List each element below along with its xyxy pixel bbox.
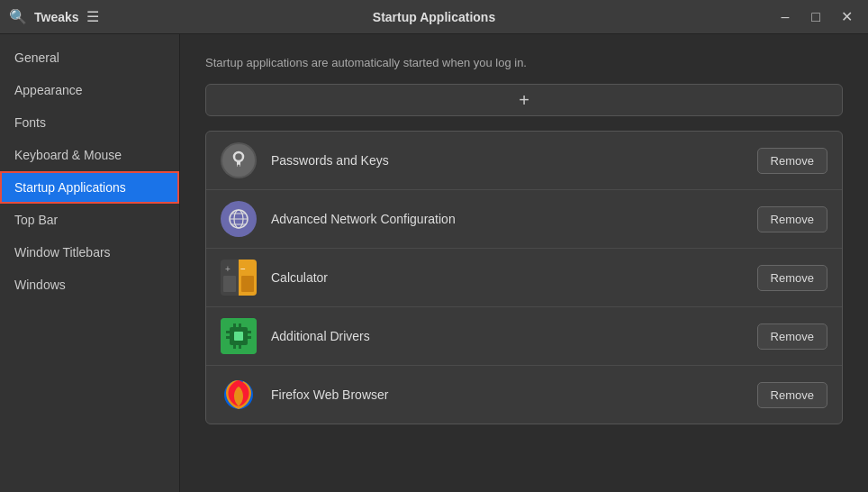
remove-button-firefox[interactable]: Remove <box>757 382 827 408</box>
app-row-firefox: Firefox Web Browser Remove <box>206 366 842 424</box>
svg-rect-15 <box>241 276 254 292</box>
hamburger-icon[interactable]: ☰ <box>86 8 99 25</box>
svg-rect-22 <box>226 331 230 333</box>
svg-text:−: − <box>240 264 246 274</box>
remove-button-network[interactable]: Remove <box>757 206 827 232</box>
drivers-icon-svg <box>221 318 257 354</box>
app-row-passwords: Passwords and Keys Remove <box>206 132 842 190</box>
app-list: Passwords and Keys Remove Advanced Netwo… <box>205 131 843 424</box>
app-icon-network <box>221 201 257 237</box>
svg-rect-23 <box>226 336 230 339</box>
passwords-icon-svg <box>222 144 255 177</box>
app-icon-firefox <box>221 377 257 413</box>
svg-rect-14 <box>223 276 236 292</box>
firefox-icon-svg <box>221 377 257 413</box>
app-row-network: Advanced Network Configuration Remove <box>206 190 842 249</box>
app-name-passwords: Passwords and Keys <box>271 153 743 168</box>
svg-rect-19 <box>239 323 241 327</box>
titlebar: 🔍 Tweaks ☰ Startup Applications – □ ✕ <box>0 0 868 34</box>
app-icon-drivers <box>221 318 257 354</box>
app-row-calculator: + − Calculator Remove <box>206 249 842 307</box>
minimize-button[interactable]: – <box>773 5 798 30</box>
svg-point-3 <box>238 165 240 168</box>
svg-text:+: + <box>225 264 231 274</box>
remove-button-drivers[interactable]: Remove <box>757 323 827 350</box>
sidebar-item-fonts[interactable]: Fonts <box>0 106 179 139</box>
add-application-button[interactable]: + <box>205 84 843 116</box>
network-icon-svg <box>222 203 255 235</box>
svg-rect-26 <box>234 332 243 341</box>
remove-button-passwords[interactable]: Remove <box>757 148 827 174</box>
main-layout: General Appearance Fonts Keyboard & Mous… <box>0 34 868 492</box>
content-description: Startup applications are automatically s… <box>205 56 843 69</box>
sidebar-item-windows[interactable]: Windows <box>0 269 179 301</box>
sidebar-item-keyboard-mouse[interactable]: Keyboard & Mouse <box>0 139 179 171</box>
titlebar-title: Startup Applications <box>373 10 495 24</box>
sidebar: General Appearance Fonts Keyboard & Mous… <box>0 34 180 492</box>
app-name: Tweaks <box>34 10 79 24</box>
search-icon[interactable]: 🔍 <box>9 8 27 25</box>
app-name-network: Advanced Network Configuration <box>271 212 743 226</box>
sidebar-item-top-bar[interactable]: Top Bar <box>0 204 179 236</box>
content-area: Startup applications are automatically s… <box>180 34 868 492</box>
sidebar-item-general[interactable]: General <box>0 41 179 74</box>
titlebar-controls: – □ ✕ <box>773 5 859 30</box>
app-name-drivers: Additional Drivers <box>271 329 743 343</box>
sidebar-item-appearance[interactable]: Appearance <box>0 74 179 106</box>
close-button[interactable]: ✕ <box>834 5 859 30</box>
app-name-calculator: Calculator <box>271 270 743 285</box>
remove-button-calculator[interactable]: Remove <box>757 265 827 291</box>
titlebar-left: 🔍 Tweaks ☰ <box>9 8 99 25</box>
plus-icon: + <box>519 90 529 111</box>
maximize-button[interactable]: □ <box>803 5 828 30</box>
svg-rect-20 <box>233 345 236 349</box>
app-name-firefox: Firefox Web Browser <box>271 387 743 402</box>
svg-rect-18 <box>233 323 236 327</box>
sidebar-item-startup-applications[interactable]: Startup Applications <box>0 171 179 204</box>
svg-rect-21 <box>239 345 241 349</box>
calculator-icon-svg: + − <box>221 260 257 296</box>
sidebar-item-window-titlebars[interactable]: Window Titlebars <box>0 236 179 269</box>
svg-rect-25 <box>248 336 251 339</box>
svg-rect-24 <box>248 331 251 333</box>
app-icon-calculator: + − <box>221 260 257 296</box>
app-icon-passwords <box>221 142 257 178</box>
app-row-drivers: Additional Drivers Remove <box>206 307 842 366</box>
add-button-row: + <box>205 84 843 116</box>
